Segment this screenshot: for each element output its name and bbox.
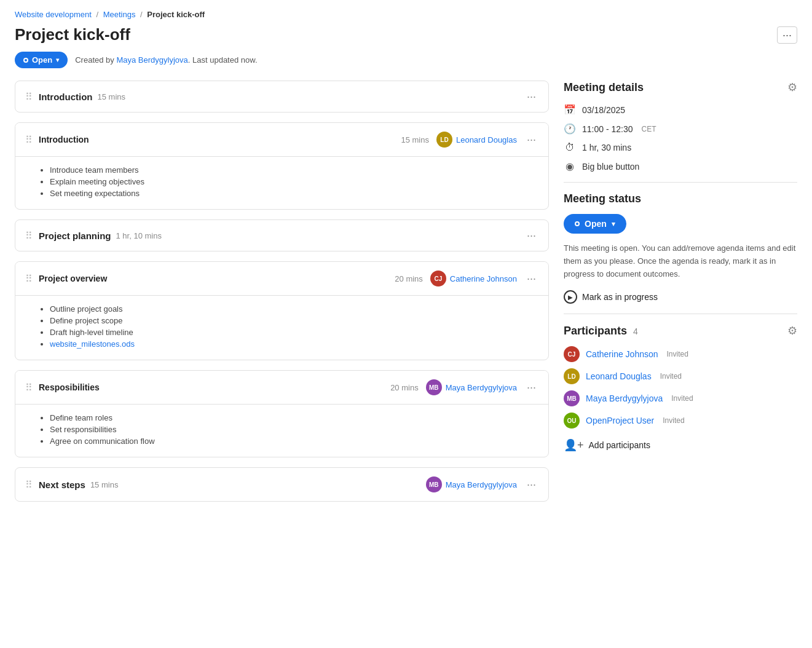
divider (564, 314, 797, 314)
assignee-name: Maya Berdygylyjova (446, 383, 517, 392)
bullet-list: Outline project goals Define project sco… (37, 304, 538, 349)
meeting-platform: Big blue button (582, 162, 639, 172)
attachment-link[interactable]: website_milestones.ods (50, 339, 135, 349)
timer-icon: ⏱ (564, 142, 576, 153)
meeting-status-section: Meeting status Open ▾ This meeting is op… (564, 192, 797, 304)
agenda-item-title: Project overview (39, 274, 107, 283)
item-duration: 15 mins (401, 135, 429, 144)
list-item: Explain meeting objectives (50, 177, 538, 186)
meeting-details-panel: Meeting details ⚙ 📅 03/18/2025 🕐 11:00 -… (564, 81, 797, 172)
section-title: Introduction (39, 92, 92, 102)
list-item: Set meeting expectations (50, 189, 538, 198)
agenda-item-title: Resposibilities (39, 382, 100, 392)
avatar: OU (564, 413, 580, 429)
participant-name: Catherine Johnson (586, 349, 658, 359)
meeting-duration-row: ⏱ 1 hr, 30 mins (564, 142, 797, 153)
section-introduction-header: ⠿ Introduction 15 mins ··· (15, 81, 549, 113)
participant-name: Maya Berdygylyjova (586, 393, 663, 403)
assignee: MB Maya Berdygylyjova (426, 379, 517, 395)
section-duration: 15 mins (97, 92, 125, 101)
drag-handle-icon[interactable]: ⠿ (25, 382, 33, 393)
drag-handle-icon[interactable]: ⠿ (25, 479, 33, 491)
participant-row: OU OpenProject User Invited (564, 413, 797, 429)
list-item: Define project scope (50, 316, 538, 325)
meeting-time: 11:00 - 12:30 (582, 124, 633, 134)
meeting-duration: 1 hr, 30 mins (582, 143, 631, 152)
participant-name: Leonard Douglas (586, 371, 652, 381)
creator-link[interactable]: Maya Berdygylyjova (116, 55, 187, 65)
list-item: Introduce team members (50, 165, 538, 175)
meeting-date-row: 📅 03/18/2025 (564, 104, 797, 116)
play-icon: ▶ (564, 290, 577, 304)
timezone: CET (642, 125, 656, 133)
list-item: Agree on communication flow (50, 437, 538, 446)
divider (564, 182, 797, 183)
video-icon: ◉ (564, 160, 576, 172)
list-item: Define team roles (50, 413, 538, 422)
section-item-header: ⠿ Project overview 20 mins CJ Catherine … (15, 262, 548, 295)
add-participants-label: Add participants (589, 440, 650, 450)
status-dot-icon (23, 58, 28, 63)
bullet-list: Define team roles Set responsibilities A… (37, 413, 538, 446)
drag-handle-icon[interactable]: ⠿ (25, 273, 33, 285)
list-item: Draft high-level timeline (50, 328, 538, 337)
meeting-time-row: 🕐 11:00 - 12:30 CET (564, 123, 797, 135)
item-more-button[interactable]: ··· (524, 381, 538, 394)
section-duration: 1 hr, 10 mins (116, 231, 162, 240)
add-participants-button[interactable]: 👤+ Add participants (564, 435, 650, 456)
drag-handle-icon[interactable]: ⠿ (25, 134, 33, 146)
more-options-button[interactable]: ··· (777, 26, 797, 44)
mark-progress-label: Mark as in progress (582, 292, 658, 302)
section-project-overview: ⠿ Project overview 20 mins CJ Catherine … (15, 261, 549, 360)
open-status-button[interactable]: Open ▾ (564, 214, 626, 234)
participants-count: 4 (633, 326, 638, 336)
chevron-down-icon: ▾ (56, 57, 59, 63)
status-dot-icon (575, 221, 580, 226)
meeting-details-settings-button[interactable]: ⚙ (787, 81, 797, 94)
meeting-status-title: Meeting status (564, 192, 797, 205)
clock-icon: 🕐 (564, 123, 576, 135)
section-next-steps: ⠿ Next steps 15 mins MB Maya Berdygylyjo… (15, 467, 549, 502)
participant-row: LD Leonard Douglas Invited (564, 368, 797, 384)
list-item: Outline project goals (50, 304, 538, 314)
breadcrumb-website-development[interactable]: Website development (15, 10, 92, 19)
assignee: LD Leonard Douglas (436, 132, 517, 148)
meeting-platform-row: ◉ Big blue button (564, 160, 797, 172)
participant-status: Invited (671, 394, 693, 403)
participants-section: Participants 4 ⚙ CJ Catherine Johnson In… (564, 324, 797, 456)
assignee-name: Catherine Johnson (450, 274, 517, 283)
section-more-button[interactable]: ··· (524, 229, 538, 242)
participants-title: Participants (564, 325, 627, 337)
agenda-item-title: Introduction (39, 135, 89, 144)
participant-row: CJ Catherine Johnson Invited (564, 346, 797, 362)
item-more-button[interactable]: ··· (524, 272, 538, 285)
item-duration: 20 mins (395, 274, 423, 283)
section-introduction-detail: ⠿ Introduction 15 mins LD Leonard Dougla… (15, 122, 549, 210)
item-more-button[interactable]: ··· (524, 133, 538, 146)
drag-handle-icon[interactable]: ⠿ (25, 230, 33, 242)
meeting-date: 03/18/2025 (582, 105, 625, 115)
breadcrumb-meetings[interactable]: Meetings (103, 10, 136, 19)
section-item-header: ⠿ Introduction 15 mins LD Leonard Dougla… (15, 123, 548, 156)
breadcrumb: Website development / Meetings / Project… (15, 10, 797, 19)
section-duration: 15 mins (90, 480, 119, 489)
section-responsibilities: ⠿ Resposibilities 20 mins MB Maya Berdyg… (15, 370, 549, 457)
participants-settings-button[interactable]: ⚙ (787, 324, 797, 338)
section-more-button[interactable]: ··· (524, 478, 538, 491)
list-item: Set responsibilities (50, 425, 538, 434)
section-more-button[interactable]: ··· (524, 90, 538, 103)
drag-handle-icon[interactable]: ⠿ (25, 91, 33, 103)
bullet-list: Introduce team members Explain meeting o… (37, 165, 538, 198)
section-title: Next steps (39, 480, 85, 490)
agenda-item-bullets: Outline project goals Define project sco… (15, 296, 548, 360)
avatar: LD (564, 368, 580, 384)
avatar: MB (564, 390, 580, 406)
status-button[interactable]: Open ▾ (15, 52, 68, 68)
mark-as-progress-button[interactable]: ▶ Mark as in progress (564, 290, 658, 304)
avatar: CJ (430, 271, 446, 286)
status-label: Open (585, 219, 607, 229)
meeting-details-title: Meeting details (564, 81, 644, 94)
agenda-column: ⠿ Introduction 15 mins ··· ⠿ Introductio… (15, 81, 549, 512)
assignee-name: Leonard Douglas (456, 135, 517, 144)
section-item-header: ⠿ Resposibilities 20 mins MB Maya Berdyg… (15, 371, 548, 404)
